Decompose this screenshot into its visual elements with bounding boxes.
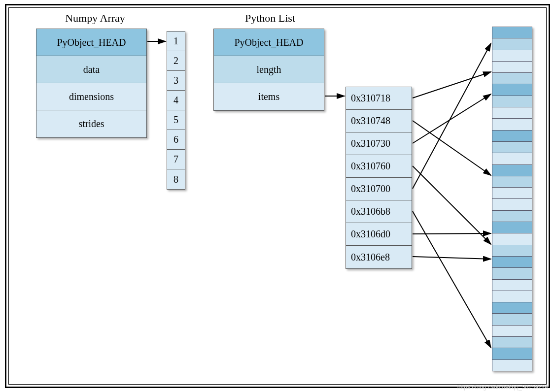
ptr-cell: 0x310700 <box>346 178 412 200</box>
memory-cell <box>492 360 532 371</box>
numpy-title: Numpy Array <box>46 12 144 25</box>
memory-cell <box>492 131 532 142</box>
ptr-cell: 0x310760 <box>346 155 412 178</box>
memory-cell <box>492 233 532 245</box>
list-row-head: PyObject_HEAD <box>214 29 324 56</box>
memory-cell <box>492 27 532 38</box>
memory-cell <box>492 257 532 268</box>
inner-frame: Numpy Array Python List PyObject_HEAD da… <box>8 7 547 385</box>
memory-column <box>492 27 532 371</box>
memory-cell <box>492 38 532 50</box>
num-cell: 8 <box>167 169 185 189</box>
memory-cell <box>492 188 532 199</box>
svg-line-2 <box>413 72 491 98</box>
numpy-row-strides: strides <box>36 110 146 137</box>
memory-cell <box>492 348 532 359</box>
memory-cell <box>492 142 532 153</box>
list-row-length: length <box>214 56 324 83</box>
memory-cell <box>492 280 532 291</box>
ptr-cell: 0x3106e8 <box>346 246 412 268</box>
num-cell: 3 <box>167 71 185 91</box>
ptr-cell: 0x3106b8 <box>346 200 412 223</box>
memory-cell <box>492 199 532 210</box>
memory-cell <box>492 73 532 84</box>
watermark: https://blog.csdn.net/qq_36759224 <box>457 384 548 391</box>
numpy-row-data: data <box>36 56 146 83</box>
memory-cell <box>492 314 532 325</box>
num-cell: 2 <box>167 51 185 71</box>
ptr-cell: 0x310718 <box>346 87 412 110</box>
svg-line-3 <box>413 121 491 175</box>
num-cell: 6 <box>167 130 185 150</box>
memory-cell <box>492 107 532 119</box>
memory-cell <box>492 84 532 96</box>
memory-cell <box>492 62 532 73</box>
number-column: 1 2 3 4 5 6 7 8 <box>167 31 185 190</box>
num-cell: 4 <box>167 91 185 110</box>
ptr-cell: 0x310730 <box>346 132 412 155</box>
numpy-struct: PyObject_HEAD data dimensions strides <box>36 29 147 138</box>
memory-cell <box>492 50 532 62</box>
svg-line-6 <box>413 43 491 189</box>
memory-cell <box>492 222 532 233</box>
svg-line-5 <box>413 166 491 244</box>
memory-cell <box>492 119 532 130</box>
numpy-row-head: PyObject_HEAD <box>36 29 146 56</box>
svg-line-4 <box>413 94 491 143</box>
memory-cell <box>492 96 532 107</box>
memory-cell <box>492 337 532 348</box>
num-cell: 5 <box>167 110 185 130</box>
svg-line-7 <box>413 211 491 348</box>
numpy-row-dimensions: dimensions <box>36 83 146 110</box>
svg-line-8 <box>413 233 491 234</box>
ptr-cell: 0x3106d0 <box>346 223 412 246</box>
memory-cell <box>492 302 532 314</box>
memory-cell <box>492 268 532 279</box>
list-row-items: items <box>214 83 324 110</box>
memory-cell <box>492 245 532 257</box>
svg-line-9 <box>413 257 491 259</box>
memory-cell <box>492 326 532 337</box>
memory-cell <box>492 176 532 188</box>
outer-frame: Numpy Array Python List PyObject_HEAD da… <box>5 4 550 388</box>
memory-cell <box>492 165 532 176</box>
memory-cell <box>492 211 532 222</box>
list-title: Python List <box>221 12 319 25</box>
memory-cell <box>492 153 532 164</box>
list-struct: PyObject_HEAD length items <box>213 29 324 111</box>
num-cell: 7 <box>167 150 185 169</box>
num-cell: 1 <box>167 32 185 51</box>
memory-cell <box>492 291 532 302</box>
ptr-cell: 0x310748 <box>346 110 412 132</box>
pointer-column: 0x310718 0x310748 0x310730 0x310760 0x31… <box>346 87 412 269</box>
